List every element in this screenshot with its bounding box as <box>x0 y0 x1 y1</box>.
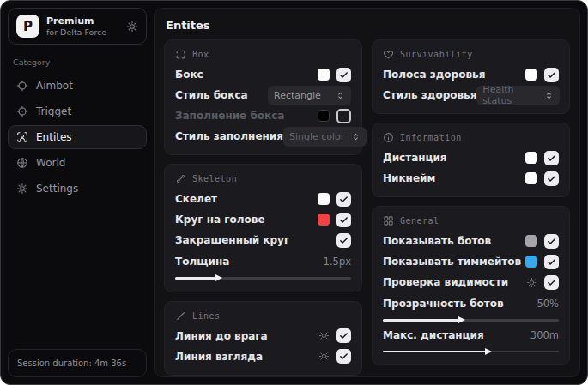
card-title: General <box>400 216 439 226</box>
slider-value: 300m <box>530 329 559 341</box>
brand-card: P Premium for Delta Force <box>8 8 147 45</box>
color-swatch[interactable] <box>318 193 330 205</box>
sidebar-item-entites[interactable]: Entites <box>8 125 147 149</box>
card-title: Lines <box>192 311 221 321</box>
main-panel: Entites Box Бокс <box>154 8 580 377</box>
setting-row-box-style: Стиль бокса Rectangle <box>175 85 351 105</box>
dropdown-value: Health status <box>482 84 539 106</box>
dropdown-value: Single color <box>289 131 344 142</box>
card-title: Skeleton <box>192 174 237 183</box>
slider-thumb[interactable] <box>458 316 465 323</box>
color-swatch[interactable] <box>525 152 537 164</box>
max-distance-slider-block: Макс. дистанция 300m <box>383 326 559 353</box>
chevrons-up-down-icon <box>351 132 361 141</box>
person-scan-icon <box>16 131 28 143</box>
slider-thumb[interactable] <box>485 348 492 355</box>
color-swatch[interactable] <box>525 69 537 81</box>
setting-label: Никнейм <box>383 172 435 184</box>
row-settings-gear-icon[interactable] <box>526 277 537 288</box>
setting-label: Макс. дистанция <box>383 329 484 341</box>
setting-row-head-circle: Круг на голове <box>175 209 351 230</box>
checkbox-checked[interactable] <box>544 255 559 269</box>
color-swatch[interactable] <box>525 172 537 184</box>
checkbox-checked[interactable] <box>336 349 351 364</box>
card-title: Box <box>192 50 209 59</box>
fill-style-dropdown[interactable]: Single color <box>283 127 367 147</box>
checkbox-checked[interactable] <box>544 234 559 249</box>
line-icon <box>175 310 186 322</box>
row-settings-gear-icon[interactable] <box>318 351 330 362</box>
brand-text: Premium for Delta Force <box>46 15 119 37</box>
setting-row-show-teammates: Показывать тиммейтов <box>383 251 559 272</box>
color-swatch[interactable] <box>318 214 330 226</box>
sidebar-item-label: Settings <box>36 183 78 195</box>
card-survivability: Survivability Полоса здоровья Стиль здор… <box>372 39 570 114</box>
card-lines-header: Lines <box>175 310 351 322</box>
card-skeleton: Skeleton Скелет Круг на голове <box>164 164 362 292</box>
setting-label: Стиль здоровья <box>383 89 476 101</box>
left-column: Box Бокс Стиль бокса Rectangle <box>164 39 362 368</box>
sidebar-item-label: World <box>36 157 65 169</box>
brand-settings-gear-icon[interactable] <box>126 21 138 33</box>
setting-row-health-style: Стиль здоровья Health status <box>383 85 559 105</box>
row-settings-gear-icon[interactable] <box>318 330 330 341</box>
setting-label: Линия взгляда <box>175 351 263 363</box>
setting-row-nickname: Никнейм <box>383 168 559 189</box>
sidebar-item-trigget[interactable]: Trigget <box>8 99 147 123</box>
card-title: Information <box>400 133 462 142</box>
setting-row-boks: Бокс <box>175 64 351 85</box>
setting-label: Прозрачность ботов <box>383 298 504 310</box>
setting-row-box-fill: Заполнение бокса <box>175 105 351 126</box>
setting-label: Скелет <box>175 193 217 205</box>
checkbox-checked[interactable] <box>336 68 351 82</box>
thickness-slider-block: Толщина 1.5px <box>175 252 351 280</box>
sidebar-item-label: Trigget <box>36 105 71 117</box>
color-swatch[interactable] <box>318 110 330 122</box>
card-survivability-header: Survivability <box>383 49 559 60</box>
setting-row-health-bar: Полоса здоровья <box>383 64 559 85</box>
setting-row-visibility-check: Проверка видимости <box>383 272 559 292</box>
setting-label: Круг на голове <box>175 214 265 226</box>
checkbox-unchecked[interactable] <box>336 109 351 123</box>
setting-row-distance: Дистанция <box>383 147 559 168</box>
checkbox-checked[interactable] <box>336 328 351 343</box>
color-swatch[interactable] <box>318 69 330 81</box>
session-duration-card: Session duration: 4m 36s <box>8 349 147 377</box>
health-style-dropdown[interactable]: Health status <box>476 86 560 105</box>
app-window: P Premium for Delta Force Category Aimbo… <box>0 0 588 385</box>
chevrons-up-down-icon <box>336 91 345 100</box>
dropdown-value: Rectangle <box>274 90 321 101</box>
slider-value: 1.5px <box>324 256 351 268</box>
slider-thumb[interactable] <box>215 274 222 281</box>
sidebar-item-aimbot[interactable]: Aimbot <box>8 74 147 98</box>
checkbox-checked[interactable] <box>544 171 559 186</box>
thickness-slider[interactable] <box>175 277 351 280</box>
checkbox-checked[interactable] <box>336 233 351 248</box>
checkbox-checked[interactable] <box>544 151 559 165</box>
card-box-header: Box <box>175 49 351 60</box>
card-lines: Lines Линия до врага Линия взгляда <box>164 301 362 376</box>
box-icon <box>175 49 186 60</box>
session-duration-text: Session duration: 4m 36s <box>17 358 126 368</box>
max-distance-slider[interactable] <box>383 351 559 353</box>
box-style-dropdown[interactable]: Rectangle <box>268 86 351 105</box>
checkbox-checked[interactable] <box>544 275 559 290</box>
color-swatch[interactable] <box>525 256 537 268</box>
setting-label: Показывать ботов <box>383 235 491 247</box>
setting-row-filled-circle: Закрашенный круг <box>175 230 351 250</box>
heart-icon <box>383 49 394 60</box>
color-swatch[interactable] <box>525 235 537 247</box>
checkbox-checked[interactable] <box>336 213 351 227</box>
card-information: Information Дистанция Никнейм <box>372 123 570 197</box>
globe-icon <box>16 157 28 169</box>
sidebar-item-settings[interactable]: Settings <box>8 177 147 201</box>
checkbox-checked[interactable] <box>336 192 351 207</box>
checkbox-checked[interactable] <box>544 68 559 82</box>
grid-icon <box>383 215 394 226</box>
card-box: Box Бокс Стиль бокса Rectangle <box>164 39 362 155</box>
sidebar-item-world[interactable]: World <box>8 151 147 175</box>
gear-icon <box>16 183 28 195</box>
card-information-header: Information <box>383 132 559 143</box>
bot-opacity-slider[interactable] <box>383 319 559 322</box>
setting-label: Линия до врага <box>175 330 268 342</box>
